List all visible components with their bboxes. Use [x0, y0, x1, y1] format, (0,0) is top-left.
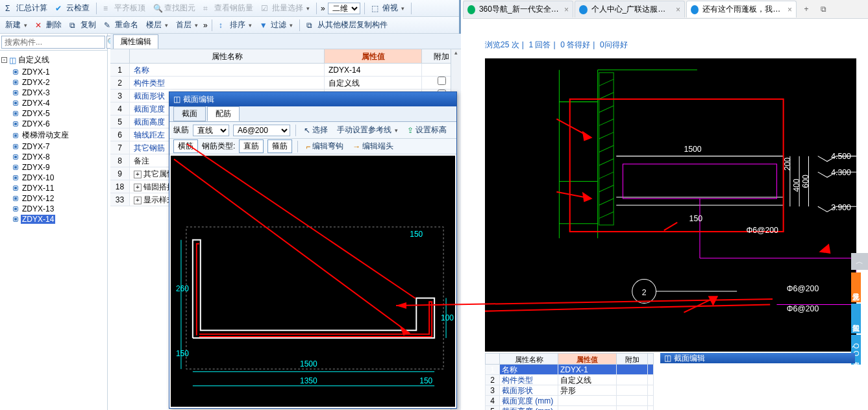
mini-section-title: 截面编辑	[674, 353, 705, 364]
set-elevation-button[interactable]: ⇪设置标高	[404, 123, 449, 137]
close-icon[interactable]: ×	[787, 5, 792, 14]
delete-button[interactable]: ✕删除	[32, 18, 64, 32]
tree-item[interactable]: ZDYX-10	[13, 173, 106, 183]
view-rebar-button[interactable]: ⌗查看钢筋量	[201, 1, 256, 15]
svg-line-30	[599, 185, 614, 191]
browser-tab-3[interactable]: 还有这个雨蓬板，我用自… ×	[686, 1, 797, 18]
follow-chip[interactable]: 关注我们	[851, 304, 861, 333]
view-mode-combo[interactable]: 二维	[328, 3, 360, 14]
tree-item[interactable]: ZDYX-4	[13, 98, 106, 108]
svg-text:200: 200	[783, 157, 792, 171]
edit-end-button[interactable]: →编辑端头	[350, 139, 396, 153]
tree-item[interactable]: ZDYX-11	[13, 183, 106, 193]
tree-item[interactable]: ZDYX-9	[13, 162, 106, 173]
node-icon	[13, 165, 18, 170]
tree-item[interactable]: ZDYX-3	[13, 88, 106, 98]
svg-line-28	[599, 158, 614, 165]
feedback-chip[interactable]: 意见反馈	[851, 272, 861, 302]
expand-icon[interactable]: +	[134, 197, 142, 204]
mini-section-titlebar[interactable]: ◫ 截面编辑	[660, 353, 855, 363]
mini-row-add[interactable]	[617, 385, 648, 395]
hengtie-button[interactable]: 横筋	[173, 139, 198, 153]
close-icon[interactable]: ×	[564, 5, 569, 14]
browser-tab-1[interactable]: 360导航_新一代安全上网… ×	[463, 1, 573, 18]
mini-row-val[interactable]: ZDYX-1	[558, 365, 617, 374]
mini-row-val[interactable]	[558, 406, 617, 410]
tree-item[interactable]: ZDYX-5	[13, 108, 106, 119]
sort-button[interactable]: ↕排序	[216, 18, 254, 32]
edit-bend-label: 编辑弯钩	[312, 141, 343, 152]
tree-item[interactable]: ZDYX-8	[13, 152, 106, 162]
hoop-rebar-button[interactable]: 箍筋	[267, 139, 292, 153]
cloud-check-button[interactable]: ✔云检查	[53, 1, 92, 15]
svg-text:Φ6@200: Φ6@200	[787, 284, 819, 293]
tree-item[interactable]: ZDYX-2	[13, 77, 106, 88]
mini-row[interactable]: 2构件类型自定义线	[485, 375, 654, 385]
mini-row-add[interactable]	[617, 375, 648, 385]
lookdown-button[interactable]: ⬚俯视	[369, 1, 407, 15]
mini-row-add[interactable]	[617, 396, 648, 405]
browser-pane: 360导航_新一代安全上网… × 个人中心_广联达服务新… × 还有这个雨蓬板，…	[463, 0, 868, 410]
scroll-top-button[interactable]: ︿	[851, 253, 868, 270]
line-type-combo[interactable]: 直线	[193, 125, 229, 136]
copy-from-other-button[interactable]: ⧉从其他楼层复制构件	[304, 18, 390, 32]
mini-row[interactable]: 1名称ZDYX-1	[485, 365, 654, 375]
filter-button[interactable]: ▼过滤	[257, 18, 295, 32]
tree-item[interactable]: ZDYX-1	[13, 67, 106, 77]
section-canvas[interactable]: 260 150 1500 150 100 1350 150	[171, 156, 455, 407]
floor-button[interactable]: 楼层	[143, 18, 171, 32]
sum-calc-button[interactable]: Σ汇总计算	[3, 1, 50, 15]
mini-row-val[interactable]	[558, 396, 617, 405]
row-value[interactable]: ZDYX-14	[325, 64, 422, 76]
straight-rebar-button[interactable]: 直筋	[239, 139, 264, 153]
tree-item[interactable]: 楼梯滑动支座	[13, 129, 106, 141]
new-tab-button[interactable]: +	[798, 5, 815, 14]
expand-icon[interactable]: +	[134, 184, 142, 191]
batch-select-button[interactable]: ☑批量选择	[258, 1, 312, 15]
browser-tab-2[interactable]: 个人中心_广联达服务新… ×	[575, 1, 685, 18]
section-editor-titlebar[interactable]: ◫ 截面编辑	[169, 92, 456, 106]
tree-item[interactable]: ZDYX-13	[13, 204, 106, 214]
edit-bend-button[interactable]: ⌐编辑弯钩	[303, 139, 346, 153]
mini-row-val[interactable]: 异形	[558, 385, 617, 395]
rebar-spec-combo[interactable]: A6@200	[233, 125, 290, 136]
property-tab[interactable]: 属性编辑	[113, 34, 158, 49]
mini-row-val[interactable]: 自定义线	[558, 375, 617, 385]
mini-row-add[interactable]	[617, 365, 648, 374]
view-rebar-label: 查看钢筋量	[214, 3, 253, 14]
manual-ref-button[interactable]: 手动设置参考线	[334, 123, 401, 137]
cascade-icon[interactable]: ⧉	[815, 5, 832, 14]
expand-icon[interactable]: +	[134, 171, 142, 178]
search-input[interactable]	[1, 36, 105, 49]
node-icon	[13, 80, 18, 85]
mini-row-add[interactable]	[617, 406, 648, 410]
tab-rebar[interactable]: 配筋	[207, 106, 240, 121]
first-floor-button[interactable]: 首层	[173, 18, 201, 32]
close-icon[interactable]: ×	[676, 5, 680, 14]
align-top-button[interactable]: ≡平齐板顶	[101, 1, 148, 15]
mini-row[interactable]: 4截面宽度 (mm)	[485, 396, 654, 406]
tree-item[interactable]: ZDYX-14	[13, 214, 106, 224]
row-name: 构件类型	[130, 77, 325, 89]
select-tool-button[interactable]: ↖选择	[301, 123, 330, 137]
row-value[interactable]: 自定义线	[325, 77, 422, 89]
copy-button[interactable]: ⧉复制	[67, 18, 99, 32]
tab-section[interactable]: 截面	[173, 106, 206, 121]
tree-item[interactable]: ZDYX-12	[13, 193, 106, 204]
window-icon: ◫	[664, 354, 671, 363]
find-element-button[interactable]: 🔍查找图元	[151, 1, 198, 15]
rename-button[interactable]: ✎重命名	[101, 18, 141, 32]
tree-item[interactable]: ZDYX-6	[13, 119, 106, 129]
mini-row[interactable]: 5截面高度 (mm)	[485, 406, 654, 410]
lookdown-label: 俯视	[382, 3, 398, 14]
tree-item[interactable]: ZDYX-7	[13, 141, 106, 152]
property-row[interactable]: 2构件类型自定义线	[110, 77, 461, 90]
addon-checkbox[interactable]	[438, 77, 446, 85]
tree-root[interactable]: - ◫ 自定义线	[1, 53, 106, 67]
property-row[interactable]: 1名称ZDYX-14	[110, 64, 461, 77]
create-button[interactable]: 新建	[3, 18, 30, 32]
collapse-icon[interactable]: -	[1, 57, 7, 63]
svg-line-25	[599, 119, 614, 125]
views-count: 浏览25 次	[485, 40, 519, 49]
mini-row[interactable]: 3截面形状异形	[485, 385, 654, 396]
